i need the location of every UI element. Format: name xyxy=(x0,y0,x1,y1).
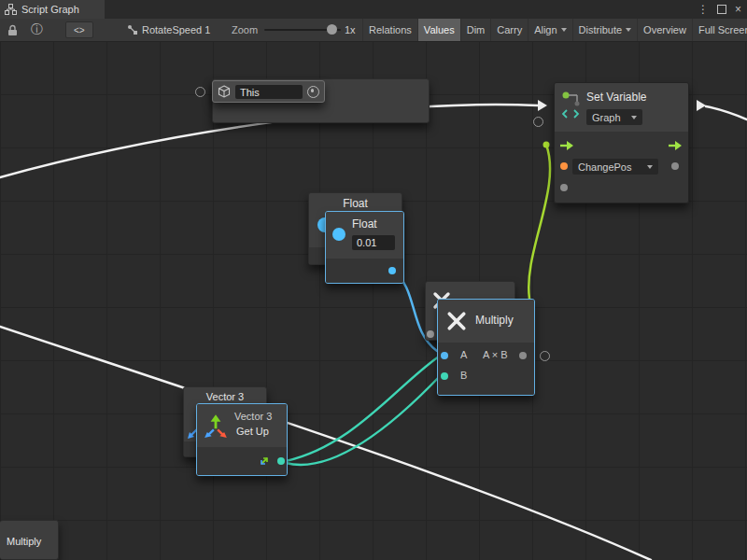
vector3-ghost-title: Vector 3 xyxy=(184,391,266,402)
info-icon: ⓘ xyxy=(31,21,43,38)
variable-out-port[interactable] xyxy=(671,162,679,170)
zoom-label: Zoom xyxy=(232,19,258,41)
toolbar-buttons: Relations Values Dim Carry Align Distrib… xyxy=(362,19,747,41)
multiply-header[interactable]: Multiply xyxy=(438,300,534,343)
align-button[interactable]: Align xyxy=(528,19,571,41)
lock-icon xyxy=(7,24,18,36)
set-variable-icon xyxy=(561,91,582,119)
multiply-result-label: A × B xyxy=(483,349,508,360)
maximize-icon[interactable] xyxy=(717,5,726,14)
code-icon: <> xyxy=(74,25,85,35)
multiply-node[interactable]: Multiply A A × B B xyxy=(437,299,535,396)
graph-canvas[interactable]: This Set Variable Graph xyxy=(0,41,747,560)
carry-button[interactable]: Carry xyxy=(490,19,528,41)
corner-multiply-node[interactable]: Multiply xyxy=(0,520,59,560)
wire-control-right[interactable] xyxy=(706,106,747,119)
multiply-ghost-port[interactable] xyxy=(427,330,434,338)
multiply-port-a-label: A xyxy=(460,349,467,360)
cube-icon xyxy=(218,85,231,98)
multiply-title: Multiply xyxy=(475,314,514,327)
values-label: Values xyxy=(424,24,455,35)
chevron-down-icon xyxy=(561,28,567,32)
distribute-label: Distribute xyxy=(579,24,622,35)
info-button[interactable]: ⓘ xyxy=(31,19,43,41)
script-graph-icon xyxy=(5,4,17,15)
variable-kind-dropdown[interactable]: Graph xyxy=(586,109,642,125)
relations-label: Relations xyxy=(369,24,412,35)
float-node[interactable]: Float 0.01 xyxy=(325,211,404,284)
align-label: Align xyxy=(534,24,557,35)
variable-value-port[interactable] xyxy=(560,162,568,170)
float-header[interactable]: Float 0.01 xyxy=(326,212,403,259)
float-value-input[interactable]: 0.01 xyxy=(352,235,395,250)
vector3-body xyxy=(197,447,287,475)
multiply-port-b[interactable] xyxy=(441,372,448,380)
float-body xyxy=(326,259,403,283)
zoom-value: 1x xyxy=(345,19,356,41)
window-controls: ⋮ × xyxy=(698,0,745,19)
breadcrumb[interactable]: RotateSpeed 1 xyxy=(142,19,210,41)
fullscreen-label: Full Screen xyxy=(698,24,747,35)
fallback-port[interactable] xyxy=(560,184,568,191)
set-variable-title: Set Variable xyxy=(586,91,646,104)
float-output-port[interactable] xyxy=(388,267,396,274)
close-icon[interactable]: × xyxy=(735,4,741,15)
flow-in-arrow-icon[interactable] xyxy=(559,140,575,151)
chevron-down-icon xyxy=(631,116,637,119)
wire-vector3-to-multiply-a[interactable] xyxy=(286,357,439,461)
target-picker-icon[interactable] xyxy=(307,86,319,98)
vector3-title: Vector 3 xyxy=(234,411,272,422)
distribute-button[interactable]: Distribute xyxy=(572,19,637,41)
getup-subtitle: Get Up xyxy=(236,426,269,437)
vector3-icon xyxy=(203,413,229,439)
vector3-output-port[interactable] xyxy=(277,457,285,465)
tab-label: Script Graph xyxy=(21,4,79,15)
wire-endpoint-dot[interactable] xyxy=(543,142,550,148)
lock-button[interactable] xyxy=(7,19,18,41)
tab-script-graph[interactable]: Script Graph xyxy=(0,0,105,19)
float-title: Float xyxy=(352,217,377,231)
float-type-icon xyxy=(332,228,345,241)
overview-label: Overview xyxy=(643,24,686,35)
carry-label: Carry xyxy=(497,24,522,35)
relations-button[interactable]: Relations xyxy=(362,19,417,41)
multiply-port-b-label: B xyxy=(460,370,467,381)
wire-control-bottom[interactable] xyxy=(0,327,651,560)
code-view-button[interactable]: <> xyxy=(65,21,93,38)
vector3-header[interactable]: Vector 3 Get Up xyxy=(197,404,287,447)
variable-name-dropdown[interactable]: ChangePos xyxy=(572,159,658,175)
set-variable-body: ChangePos xyxy=(555,132,688,203)
wire-multiply-to-setvariable[interactable] xyxy=(529,145,550,299)
fullscreen-button[interactable]: Full Screen xyxy=(692,19,747,41)
vector-output-icon xyxy=(259,455,270,467)
variable-name-value: ChangePos xyxy=(578,161,632,173)
chevron-down-icon xyxy=(647,165,653,169)
graph-asset-icon xyxy=(127,24,138,35)
set-variable-node[interactable]: Set Variable Graph ChangePos xyxy=(554,82,689,203)
values-button[interactable]: Values xyxy=(417,19,460,41)
window-title-bar: Script Graph ⋮ × xyxy=(0,0,747,19)
corner-multiply-title: Multiply xyxy=(7,536,41,547)
zoom-slider-handle[interactable] xyxy=(327,24,337,35)
set-variable-header[interactable]: Set Variable Graph xyxy=(555,83,688,132)
chevron-down-icon xyxy=(626,28,631,32)
multiply-icon xyxy=(446,311,467,331)
multiply-port-a[interactable] xyxy=(441,352,448,359)
menu-icon[interactable]: ⋮ xyxy=(698,4,709,15)
this-value-field[interactable]: This xyxy=(235,85,303,99)
dim-label: Dim xyxy=(467,24,486,35)
float-ghost-title: Float xyxy=(309,197,402,210)
graph-asset-button[interactable] xyxy=(127,19,138,41)
unity-visual-scripting-window: This Set Variable Graph xyxy=(0,0,747,560)
variable-kind-value: Graph xyxy=(592,112,621,123)
overview-button[interactable]: Overview xyxy=(637,19,692,41)
multiply-output-port[interactable] xyxy=(519,352,527,359)
this-node[interactable]: This xyxy=(212,80,325,103)
vector3-getup-node[interactable]: Vector 3 Get Up xyxy=(196,403,288,476)
multiply-body: A A × B B xyxy=(438,343,534,395)
flow-out-arrow-icon[interactable] xyxy=(668,140,684,151)
dim-button[interactable]: Dim xyxy=(460,19,491,41)
graph-toolbar: ⓘ <> RotateSpeed 1 Zoom 1x Relations Val… xyxy=(0,19,747,42)
